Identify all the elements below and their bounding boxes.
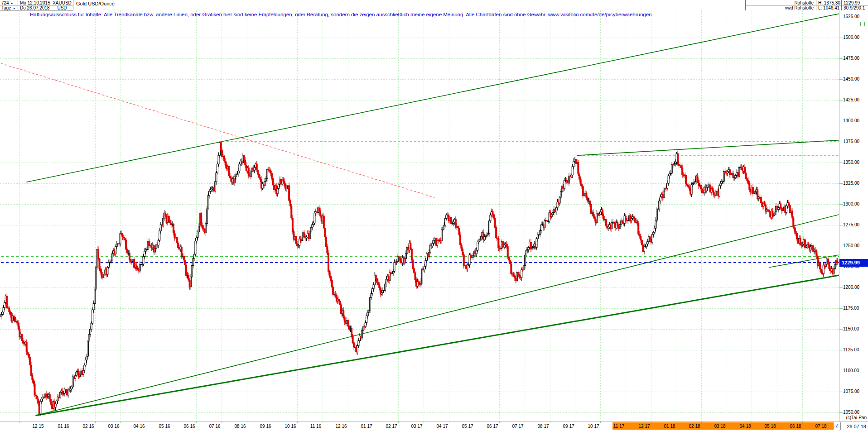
month-label: 08 17 xyxy=(535,424,551,429)
end-date-label: Do 26.07.2018 xyxy=(20,5,50,10)
month-label: 07 16 xyxy=(207,424,222,429)
price-tick-label: 1375.00 xyxy=(843,139,859,144)
month-label: 09 16 xyxy=(258,424,273,429)
month-label: 07 18 xyxy=(813,424,829,429)
month-label: 03 17 xyxy=(409,424,424,429)
header-row-divider xyxy=(745,5,868,5)
month-label: 01 17 xyxy=(359,424,374,429)
header-row-divider xyxy=(0,5,73,5)
tai-pan-chart-window: 724▼ Tage▼ Mo 12.10.2015 Do 26.07.2018 X… xyxy=(0,0,868,431)
month-label: 01 16 xyxy=(56,424,71,429)
price-tick-label: 1475.00 xyxy=(843,56,859,61)
price-tick-label: 1150.00 xyxy=(843,326,859,331)
axis-borders xyxy=(0,10,868,431)
price-tick-label: 1100.00 xyxy=(843,368,859,373)
price-tick-label: 1200.00 xyxy=(843,285,859,290)
long-support-steep xyxy=(36,214,841,416)
zoom-button[interactable]: Z xyxy=(833,422,841,430)
month-label: 06 16 xyxy=(182,424,197,429)
price-tick-label: 1250.00 xyxy=(843,243,859,248)
data-source-label: vwd Rohstoffe xyxy=(746,5,814,10)
trend-lines xyxy=(1,14,857,416)
price-tick-label: 1075.00 xyxy=(843,389,859,394)
dropdown-icon: ▼ xyxy=(10,2,14,5)
current-price-badge: 1229.99 xyxy=(839,259,868,267)
low-value-label: L: 1046.41 xyxy=(818,5,839,10)
header-divider xyxy=(73,0,73,10)
month-label: 12 16 xyxy=(333,424,349,429)
dropdown-icon: ▼ xyxy=(13,7,16,10)
price-tick-label: 1325.00 xyxy=(843,181,859,186)
rising-channel-upper xyxy=(26,14,840,182)
month-label: 10 17 xyxy=(586,424,601,429)
month-label: 03 18 xyxy=(712,424,728,429)
month-label: 04 16 xyxy=(131,424,147,429)
price-tick-label: 1050.00 xyxy=(843,410,859,415)
month-label: 11 17 xyxy=(611,424,627,429)
month-label: 05 18 xyxy=(762,424,778,429)
price-tick-label: 1350.00 xyxy=(843,160,859,165)
price-tick-label: 1400.00 xyxy=(843,118,859,123)
price-tick-label: 1125.00 xyxy=(843,347,859,352)
price-tick-label: 1300.00 xyxy=(843,201,859,206)
month-label: 02 16 xyxy=(81,424,96,429)
candles-up xyxy=(0,141,837,415)
month-label: 07 17 xyxy=(510,424,526,429)
month-label: 11 16 xyxy=(308,424,323,429)
currency-label: USD xyxy=(51,5,73,10)
disclaimer-text: Haftungsausschluss für Inhalte: Alle Tre… xyxy=(30,12,652,17)
collapse-icon[interactable] xyxy=(860,22,865,26)
gridlines xyxy=(0,10,839,421)
month-label: 04 17 xyxy=(434,424,450,429)
change-info-label: 30.9/290.1 xyxy=(844,5,865,10)
tops-connector xyxy=(577,140,842,155)
month-label: 10 16 xyxy=(283,424,298,429)
price-tick-label: 1425.00 xyxy=(843,97,859,102)
copyright-label: (c)Tai-Pan xyxy=(846,415,867,420)
month-label: 09 17 xyxy=(561,424,576,429)
candlestick-chart-canvas[interactable] xyxy=(0,0,868,431)
month-label: 05 16 xyxy=(157,424,172,429)
header-bottom-border xyxy=(0,10,73,11)
period-value: Tage xyxy=(1,5,11,10)
price-tick-label: 1175.00 xyxy=(843,306,859,311)
month-label: 12 17 xyxy=(637,424,652,429)
month-label: 02 17 xyxy=(384,424,399,429)
long-support-thick xyxy=(36,275,841,415)
month-label: 04 18 xyxy=(738,424,753,429)
price-tick-label: 1450.00 xyxy=(843,77,859,81)
month-label: 06 18 xyxy=(788,424,803,429)
month-label: 02 18 xyxy=(687,424,702,429)
price-tick-label: 1500.00 xyxy=(843,35,859,40)
month-label: 01 18 xyxy=(662,424,677,429)
chart-title: Gold USD/Ounce xyxy=(76,1,115,6)
month-label: 05 17 xyxy=(460,424,475,429)
footer-date-label: 26.07.18 xyxy=(847,424,866,429)
month-label: 08 16 xyxy=(232,424,248,429)
month-label: 03 16 xyxy=(106,424,121,429)
month-label: 06 17 xyxy=(485,424,500,429)
price-tick-label: 1525.00 xyxy=(843,14,859,19)
price-tick-label: 1275.00 xyxy=(843,222,859,227)
descending-resistance xyxy=(1,63,434,197)
month-label: 12 15 xyxy=(30,424,46,429)
